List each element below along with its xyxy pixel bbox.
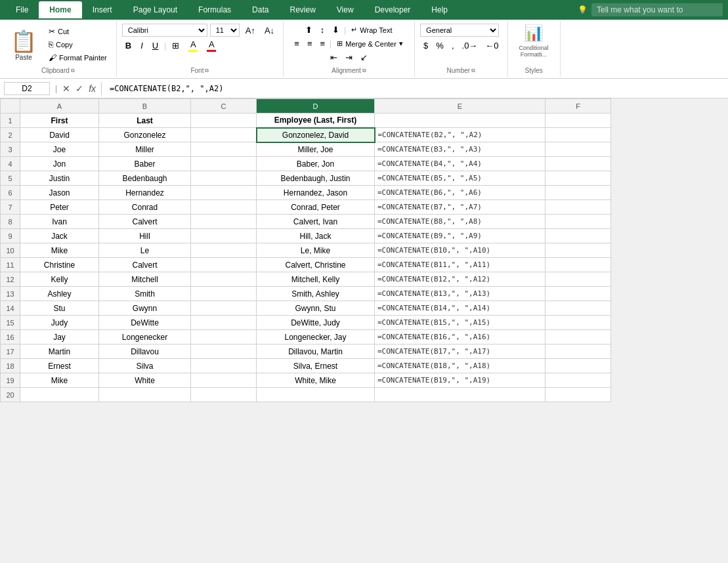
cell-B3[interactable]: Miller [99, 142, 191, 157]
cell-D1[interactable]: Employee (Last, First) [257, 114, 375, 128]
cell-F16[interactable] [546, 330, 611, 344]
tab-formulas[interactable]: Formulas [188, 1, 242, 18]
paste-button[interactable]: 📋 Paste [5, 24, 42, 66]
cell-D20[interactable] [257, 388, 375, 402]
cell-E13[interactable]: =CONCATENATE(B13,", ",A13) [375, 287, 546, 301]
cell-C10[interactable] [191, 243, 257, 258]
align-right-button[interactable]: ≡ [317, 37, 329, 50]
cell-F12[interactable] [546, 272, 611, 287]
cell-A8[interactable]: Ivan [20, 215, 99, 229]
currency-button[interactable]: $ [420, 39, 431, 52]
cell-F3[interactable] [546, 142, 611, 157]
cell-B5[interactable]: Bedenbaugh [99, 171, 191, 186]
cell-A19[interactable]: Mike [20, 373, 99, 388]
cell-F14[interactable] [546, 301, 611, 316]
row-header-5[interactable]: 5 [1, 171, 20, 186]
tab-help[interactable]: Help [421, 1, 458, 18]
row-header-17[interactable]: 17 [1, 344, 20, 359]
cell-A14[interactable]: Stu [20, 301, 99, 316]
cell-C7[interactable] [191, 200, 257, 215]
cell-D8[interactable]: Calvert, Ivan [257, 215, 375, 229]
row-header-13[interactable]: 13 [1, 287, 20, 301]
row-header-3[interactable]: 3 [1, 142, 20, 157]
clipboard-expand-icon[interactable]: ⧉ [71, 68, 75, 74]
cell-C14[interactable] [191, 301, 257, 316]
row-header-12[interactable]: 12 [1, 272, 20, 287]
col-header-E[interactable]: E [375, 99, 546, 114]
cell-C4[interactable] [191, 157, 257, 171]
cell-C9[interactable] [191, 229, 257, 243]
underline-button[interactable]: U [149, 39, 161, 52]
cell-D4[interactable]: Baber, Jon [257, 157, 375, 171]
cell-D6[interactable]: Hernandez, Jason [257, 186, 375, 200]
cell-E14[interactable]: =CONCATENATE(B14,", ",A14) [375, 301, 546, 316]
tab-page-layout[interactable]: Page Layout [123, 1, 188, 18]
row-header-7[interactable]: 7 [1, 200, 20, 215]
row-header-18[interactable]: 18 [1, 359, 20, 373]
cell-D13[interactable]: Smith, Ashley [257, 287, 375, 301]
cell-A11[interactable]: Christine [20, 258, 99, 272]
row-header-9[interactable]: 9 [1, 229, 20, 243]
tab-data[interactable]: Data [242, 1, 279, 18]
cell-F19[interactable] [546, 373, 611, 388]
confirm-formula-icon[interactable]: ✓ [75, 83, 83, 94]
copy-button[interactable]: ⎘ Copy [45, 39, 111, 51]
tab-review[interactable]: Review [279, 1, 326, 18]
cell-D12[interactable]: Mitchell, Kelly [257, 272, 375, 287]
cell-E11[interactable]: =CONCATENATE(B11,", ",A11) [375, 258, 546, 272]
decimal-increase-button[interactable]: .0→ [459, 39, 481, 52]
cell-A20[interactable] [20, 388, 99, 402]
formula-input[interactable] [107, 83, 724, 94]
tell-me-input[interactable] [591, 3, 723, 16]
cell-E7[interactable]: =CONCATENATE(B7,", ",A7) [375, 200, 546, 215]
cell-E8[interactable]: =CONCATENATE(B8,", ",A8) [375, 215, 546, 229]
cell-C13[interactable] [191, 287, 257, 301]
merge-center-dropdown-icon[interactable]: ▾ [399, 39, 403, 48]
cell-E1[interactable] [375, 114, 546, 128]
fill-color-button[interactable]: A [185, 38, 201, 53]
cell-F17[interactable] [546, 344, 611, 359]
cell-F15[interactable] [546, 316, 611, 330]
cell-A6[interactable]: Jason [20, 186, 99, 200]
cell-E9[interactable]: =CONCATENATE(B9,", ",A9) [375, 229, 546, 243]
cell-E19[interactable]: =CONCATENATE(B19,", ",A19) [375, 373, 546, 388]
cell-B1[interactable]: Last [99, 114, 191, 128]
merge-center-button[interactable]: ⊞ Merge & Center ▾ [333, 38, 407, 49]
bold-button[interactable]: B [122, 39, 135, 52]
wrap-text-button[interactable]: ↵ Wrap Text [347, 24, 396, 35]
cell-C12[interactable] [191, 272, 257, 287]
cell-C20[interactable] [191, 388, 257, 402]
cell-E17[interactable]: =CONCATENATE(B17,", ",A17) [375, 344, 546, 359]
row-header-1[interactable]: 1 [1, 114, 20, 128]
cell-A7[interactable]: Peter [20, 200, 99, 215]
italic-button[interactable]: I [137, 39, 146, 52]
cell-E2[interactable]: =CONCATENATE(B2,", ",A2) [375, 128, 546, 142]
cell-D11[interactable]: Calvert, Christine [257, 258, 375, 272]
cell-C3[interactable] [191, 142, 257, 157]
cell-F6[interactable] [546, 186, 611, 200]
cell-B9[interactable]: Hill [99, 229, 191, 243]
cell-A3[interactable]: Joe [20, 142, 99, 157]
cell-B18[interactable]: Silva [99, 359, 191, 373]
cell-B14[interactable]: Gwynn [99, 301, 191, 316]
font-size-select[interactable]: 11 [210, 24, 240, 37]
cell-C16[interactable] [191, 330, 257, 344]
cell-reference-box[interactable] [4, 82, 50, 95]
cell-B17[interactable]: Dillavou [99, 344, 191, 359]
row-header-2[interactable]: 2 [1, 128, 20, 142]
cell-C6[interactable] [191, 186, 257, 200]
row-header-4[interactable]: 4 [1, 157, 20, 171]
spreadsheet-container[interactable]: A B C D E F 1FirstLastEmployee (Last, Fi… [0, 98, 728, 543]
cell-A2[interactable]: David [20, 128, 99, 142]
col-header-D[interactable]: D [257, 99, 375, 114]
text-direction-button[interactable]: ↙ [357, 51, 371, 64]
cell-B12[interactable]: Mitchell [99, 272, 191, 287]
row-header-20[interactable]: 20 [1, 388, 20, 402]
cell-B20[interactable] [99, 388, 191, 402]
cell-F4[interactable] [546, 157, 611, 171]
cell-F18[interactable] [546, 359, 611, 373]
cell-B11[interactable]: Calvert [99, 258, 191, 272]
cell-A15[interactable]: Judy [20, 316, 99, 330]
cell-F2[interactable] [546, 128, 611, 142]
cell-C11[interactable] [191, 258, 257, 272]
